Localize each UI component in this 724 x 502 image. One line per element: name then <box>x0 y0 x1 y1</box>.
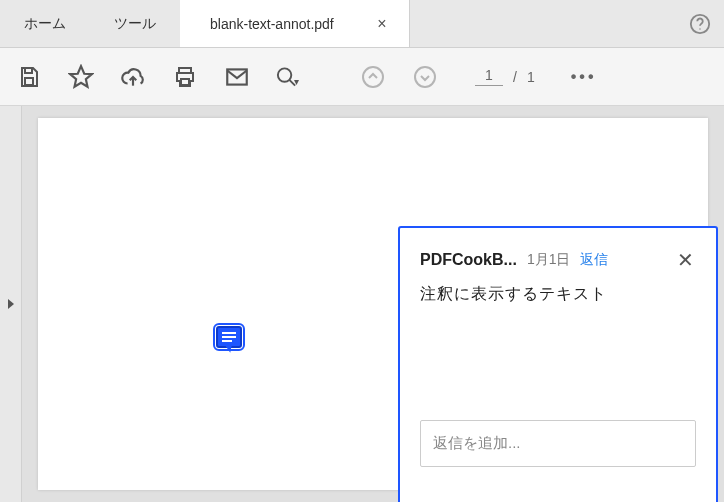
page-indicator: 1 / 1 <box>475 67 535 86</box>
email-icon[interactable] <box>223 63 251 91</box>
svg-rect-5 <box>181 79 189 85</box>
annotation-text: 注釈に表示するテキスト <box>420 284 696 305</box>
svg-point-9 <box>363 67 383 87</box>
tab-tools[interactable]: ツール <box>90 0 180 47</box>
tab-file[interactable]: blank-text-annot.pdf × <box>180 0 410 47</box>
comment-annotation-icon[interactable] <box>216 326 242 348</box>
star-icon[interactable] <box>67 63 95 91</box>
tab-home[interactable]: ホーム <box>0 0 90 47</box>
svg-marker-11 <box>8 299 14 309</box>
print-icon[interactable] <box>171 63 199 91</box>
page-separator: / <box>513 69 517 85</box>
annotation-author: PDFCookB... <box>420 251 517 269</box>
close-tab-icon[interactable]: × <box>373 15 391 33</box>
annotation-reply-input[interactable]: 返信を追加... <box>420 420 696 467</box>
sidebar-toggle[interactable] <box>0 106 22 502</box>
annotation-popup: PDFCookB... 1月1日 返信 ✕ 注釈に表示するテキスト 返信を追加.… <box>398 226 718 502</box>
svg-rect-2 <box>25 78 33 85</box>
more-icon[interactable]: ••• <box>571 68 597 86</box>
zoom-icon[interactable]: ▾ <box>275 63 303 91</box>
svg-point-1 <box>699 28 700 29</box>
svg-point-10 <box>415 67 435 87</box>
help-icon[interactable] <box>676 0 724 47</box>
page-up-icon[interactable] <box>359 63 387 91</box>
page-current-input[interactable]: 1 <box>475 67 503 86</box>
cloud-upload-icon[interactable] <box>119 63 147 91</box>
page-down-icon[interactable] <box>411 63 439 91</box>
save-icon[interactable] <box>15 63 43 91</box>
svg-point-7 <box>278 68 291 81</box>
svg-marker-3 <box>70 66 92 87</box>
annotation-date: 1月1日 <box>527 251 571 269</box>
annotation-close-icon[interactable]: ✕ <box>674 248 696 272</box>
annotation-reply-link[interactable]: 返信 <box>580 251 608 269</box>
page-total: 1 <box>527 69 535 85</box>
tab-file-label: blank-text-annot.pdf <box>210 16 334 32</box>
